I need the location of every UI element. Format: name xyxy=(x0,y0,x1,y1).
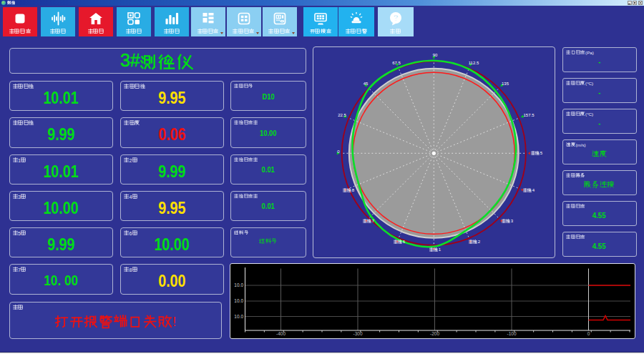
svg-text:-100: -100 xyxy=(507,331,516,336)
svg-text:0: 0 xyxy=(587,331,590,336)
svg-text:10.0: 10.0 xyxy=(234,282,243,287)
svg-text:10.0: 10.0 xyxy=(234,298,243,303)
svg-text:10.0: 10.0 xyxy=(234,314,243,319)
svg-text:-300: -300 xyxy=(353,331,362,336)
svg-text:?: ? xyxy=(394,13,399,21)
svg-text:-400: -400 xyxy=(276,331,286,336)
svg-text:-200: -200 xyxy=(430,331,439,336)
